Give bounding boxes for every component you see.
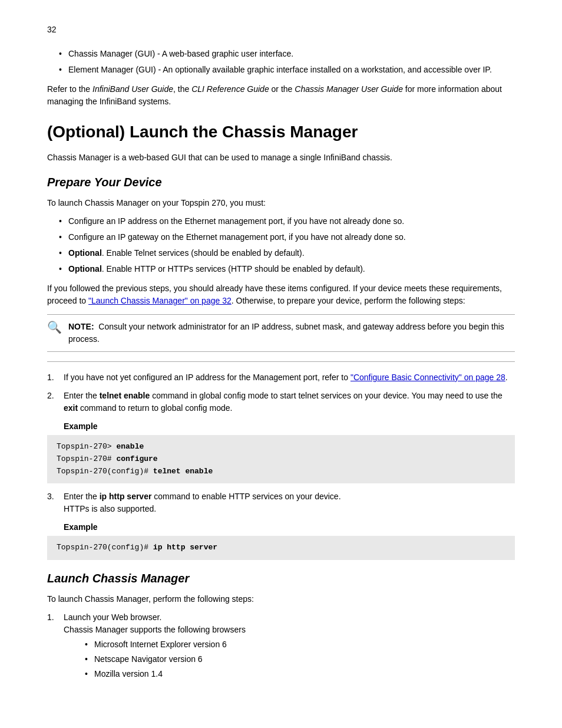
refer-italic3: Chassis Manager User Guide	[295, 84, 403, 94]
section2-intro: To launch Chassis Manager, perform the f…	[47, 593, 515, 605]
section2-step1-sub: Chassis Manager supports the following b…	[64, 625, 246, 634]
section1-title: Prepare Your Device	[47, 173, 515, 191]
page: 32 Chassis Manager (GUI) - A web-based g…	[0, 0, 562, 728]
step1-link[interactable]: "Configure Basic Connectivity" on page 2…	[351, 373, 505, 382]
code-block-1: Topspin-270> enable Topspin-270# configu…	[47, 435, 515, 483]
divider	[47, 361, 515, 362]
browser-list: Microsoft Internet Explorer version 6 Ne…	[64, 638, 515, 680]
code-block-2: Topspin-270(config)# ip http server	[47, 536, 515, 560]
section2-title: Launch Chassis Manager	[47, 569, 515, 587]
page-number: 32	[47, 24, 515, 36]
refer-paragraph: Refer to the InfiniBand User Guide, the …	[47, 83, 515, 108]
browser-2: Netscape Navigator version 6	[85, 653, 515, 666]
note-label: NOTE:	[68, 322, 94, 331]
refer-italic2: CLI Reference Guide	[191, 84, 269, 94]
code-line-1: Topspin-270> enable	[57, 441, 505, 453]
section2-step-1: 1. Launch your Web browser. Chassis Mana…	[47, 611, 515, 683]
step-3: 3. Enter the ip http server command to e…	[47, 490, 515, 515]
section1-bullet-4: Optional. Enable HTTP or HTTPs services …	[59, 263, 515, 275]
main-subtitle: Chassis Manager is a web-based GUI that …	[47, 151, 515, 164]
note-text: NOTE: Consult your network administrator…	[47, 321, 515, 345]
steps-list-2: 3. Enter the ip http server command to e…	[47, 490, 515, 515]
code-block-2-text: Topspin-270(config)# ip http server	[57, 543, 217, 552]
browser-3: Mozilla version 1.4	[85, 668, 515, 680]
intro-bullets: Chassis Manager (GUI) - A web-based grap…	[47, 48, 515, 76]
bullet-item-2: Element Manager (GUI) - An optionally av…	[59, 64, 515, 76]
section2-step1-text: Launch your Web browser.	[64, 612, 161, 622]
section2-steps: 1. Launch your Web browser. Chassis Mana…	[47, 611, 515, 683]
section1-bullet-3: Optional. Enable Telnet services (should…	[59, 247, 515, 259]
note-section: 🔍 NOTE: Consult your network administrat…	[47, 314, 515, 352]
section1-intro: To launch Chassis Manager on your Topspi…	[47, 197, 515, 209]
step-2: 2. Enter the telnet enable command in gl…	[47, 390, 515, 414]
section1-bullets: Configure an IP address on the Ethernet …	[47, 215, 515, 275]
note-body: Consult your network administrator for a…	[68, 322, 504, 344]
step-1: 1. If you have not yet configured an IP …	[47, 371, 515, 384]
example-label-1: Example	[64, 420, 515, 433]
code-line-3: Topspin-270(config)# telnet enable	[57, 466, 505, 478]
bullet-item-1: Chassis Manager (GUI) - A web-based grap…	[59, 48, 515, 60]
main-title: (Optional) Launch the Chassis Manager	[47, 120, 515, 144]
section1-bullet-1: Configure an IP address on the Ethernet …	[59, 215, 515, 228]
code-line-2: Topspin-270# configure	[57, 453, 505, 466]
section1-body: If you followed the previous steps, you …	[47, 282, 515, 307]
section1-link[interactable]: "Launch Chassis Manager" on page 32	[88, 296, 232, 305]
note-icon: 🔍	[47, 318, 62, 336]
refer-italic1: InfiniBand User Guide	[92, 84, 173, 94]
steps-list: 1. If you have not yet configured an IP …	[47, 371, 515, 414]
step3-sub: HTTPs is also supported.	[64, 504, 156, 513]
example-label-2: Example	[64, 521, 515, 533]
section1-bullet-2: Configure an IP gateway on the Ethernet …	[59, 231, 515, 243]
browser-1: Microsoft Internet Explorer version 6	[85, 638, 515, 651]
